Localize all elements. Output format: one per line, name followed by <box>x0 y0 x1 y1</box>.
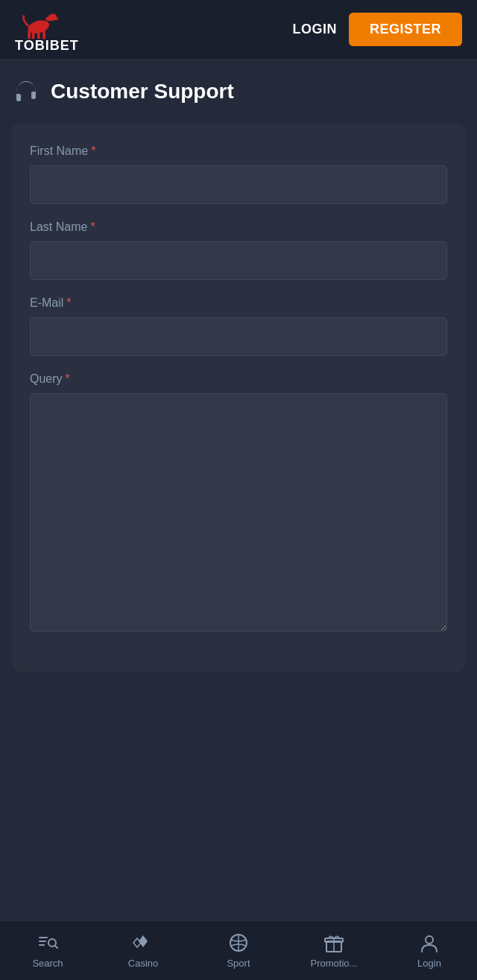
nav-item-search[interactable]: Search <box>0 921 95 980</box>
email-group: E-Mail* <box>30 296 447 356</box>
nav-search-label: Search <box>32 958 63 969</box>
promotions-icon <box>323 932 344 953</box>
login-button[interactable]: LOGIN <box>292 22 337 37</box>
svg-point-18 <box>426 936 433 944</box>
brand-name: TOBIBET <box>15 38 79 54</box>
query-group: Query* <box>30 372 447 634</box>
casino-icon <box>133 932 154 953</box>
last-name-input[interactable] <box>30 241 447 280</box>
query-required: * <box>66 372 70 385</box>
header: TOBIBET LOGIN REGISTER <box>0 0 477 60</box>
logo-area: TOBIBET <box>15 5 79 54</box>
last-name-required: * <box>90 220 95 233</box>
last-name-label: Last Name* <box>30 220 447 234</box>
first-name-label: First Name* <box>30 144 447 158</box>
svg-rect-9 <box>39 941 46 942</box>
register-button[interactable]: REGISTER <box>349 13 462 46</box>
nav-item-promotions[interactable]: Promotio... <box>286 921 382 980</box>
first-name-input[interactable] <box>30 165 447 204</box>
page-title: Customer Support <box>51 80 234 104</box>
user-icon <box>419 932 440 953</box>
svg-rect-10 <box>39 944 45 946</box>
svg-rect-8 <box>39 937 48 938</box>
nav-item-sport[interactable]: Sport <box>191 921 286 980</box>
svg-line-12 <box>55 946 57 948</box>
first-name-required: * <box>91 144 95 157</box>
search-icon <box>37 932 58 953</box>
sport-icon <box>228 932 249 953</box>
bottom-nav: Search Casino Sport <box>0 920 477 980</box>
nav-item-casino[interactable]: Casino <box>95 921 191 980</box>
support-form-card: First Name* Last Name* E-Mail* Query* <box>12 124 465 672</box>
logo-icon <box>15 5 60 42</box>
last-name-group: Last Name* <box>30 220 447 280</box>
nav-promotions-label: Promotio... <box>311 958 358 969</box>
header-nav: LOGIN REGISTER <box>292 13 462 46</box>
query-textarea[interactable] <box>30 393 447 631</box>
nav-login-label: Login <box>417 958 441 969</box>
page-title-row: Customer Support <box>12 77 465 106</box>
email-required: * <box>66 296 71 309</box>
nav-casino-label: Casino <box>128 958 158 969</box>
page-content: Customer Support First Name* Last Name* … <box>0 60 477 920</box>
email-label: E-Mail* <box>30 296 447 310</box>
query-label: Query* <box>30 372 447 386</box>
nav-sport-label: Sport <box>227 958 250 969</box>
first-name-group: First Name* <box>30 144 447 204</box>
nav-item-login[interactable]: Login <box>382 921 477 980</box>
email-input[interactable] <box>30 317 447 356</box>
headset-icon <box>12 77 40 106</box>
